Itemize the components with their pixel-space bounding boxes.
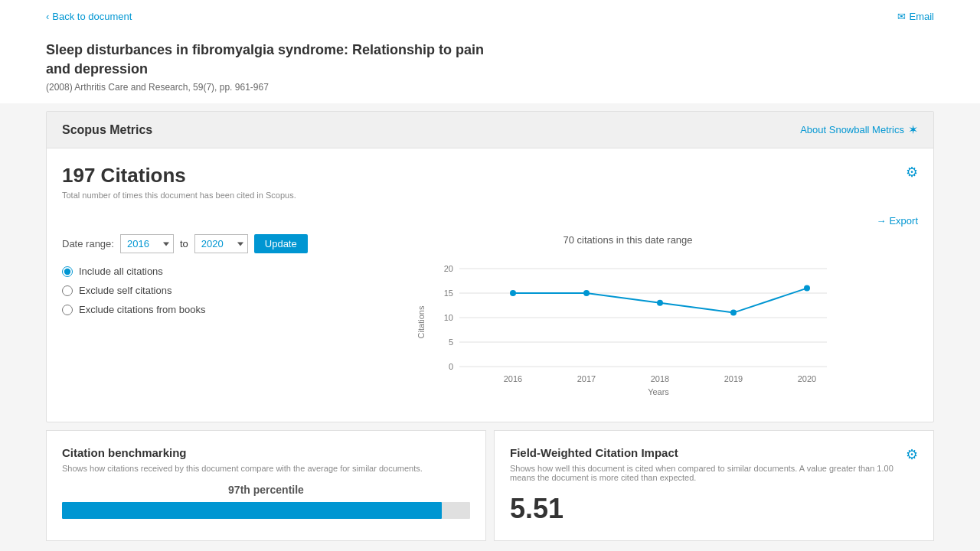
update-button[interactable]: Update bbox=[254, 234, 308, 253]
email-icon: ✉ bbox=[897, 11, 906, 22]
citations-panel: 197 Citations Total number of times this… bbox=[47, 148, 933, 215]
export-icon: → bbox=[876, 215, 886, 227]
percentile-progress-bar bbox=[62, 502, 470, 519]
svg-text:2020: 2020 bbox=[798, 374, 816, 383]
benchmarking-title: Citation benchmarking bbox=[62, 446, 470, 459]
benchmarking-desc: Shows how citations received by this doc… bbox=[62, 464, 470, 473]
citations-subtitle: Total number of times this document has … bbox=[62, 191, 918, 200]
chart-title: 70 citations in this date range bbox=[338, 234, 918, 246]
exclude-books-radio[interactable]: Exclude citations from books bbox=[62, 304, 322, 315]
metrics-section-title: Scopus Metrics bbox=[62, 123, 152, 137]
benchmarking-panel: Citation benchmarking Shows how citation… bbox=[46, 430, 486, 541]
controls-side: Date range: 2016 2017 2018 2019 2020 to bbox=[62, 234, 322, 406]
svg-text:10: 10 bbox=[444, 313, 453, 322]
svg-text:2016: 2016 bbox=[504, 374, 522, 383]
include-all-radio[interactable]: Include all citations bbox=[62, 266, 322, 277]
svg-point-17 bbox=[510, 290, 516, 296]
export-link[interactable]: → Export bbox=[876, 215, 918, 227]
svg-point-18 bbox=[583, 290, 590, 296]
exclude-self-radio[interactable]: Exclude self citations bbox=[62, 285, 322, 296]
svg-text:5: 5 bbox=[449, 337, 453, 347]
fwci-desc: Shows how well this document is cited wh… bbox=[510, 464, 918, 482]
fwci-panel: Field-Weighted Citation Impact ⚙ Shows h… bbox=[494, 430, 934, 541]
svg-text:20: 20 bbox=[444, 264, 453, 273]
chart-svg: 0 5 10 15 20 Citations 2016 2017 2018 20… bbox=[338, 253, 918, 406]
svg-point-20 bbox=[730, 310, 737, 316]
citations-count: 197 Citations bbox=[62, 164, 918, 187]
email-link[interactable]: ✉ Email bbox=[897, 11, 934, 22]
bottom-panels: Citation benchmarking Shows how citation… bbox=[46, 430, 934, 541]
date-to-label: to bbox=[180, 238, 188, 249]
snowball-icon: ✶ bbox=[908, 122, 918, 137]
svg-point-19 bbox=[657, 300, 663, 306]
svg-text:2018: 2018 bbox=[651, 374, 669, 383]
percentile-label: 97th percentile bbox=[62, 484, 470, 496]
percentile-progress-fill bbox=[62, 502, 442, 519]
chevron-left-icon: ‹ bbox=[46, 11, 49, 22]
citation-filter-group: Include all citations Exclude self citat… bbox=[62, 266, 322, 315]
metrics-section: Scopus Metrics About Snowball Metrics ✶ … bbox=[46, 111, 934, 422]
snowball-metrics-link[interactable]: About Snowball Metrics ✶ bbox=[800, 122, 918, 137]
svg-text:2019: 2019 bbox=[724, 374, 743, 383]
date-from-select[interactable]: 2016 2017 2018 2019 2020 bbox=[120, 234, 174, 253]
svg-text:2017: 2017 bbox=[577, 374, 596, 383]
svg-text:0: 0 bbox=[449, 362, 453, 371]
svg-point-21 bbox=[804, 285, 810, 292]
gear-icon[interactable]: ⚙ bbox=[906, 164, 918, 181]
back-to-document-link[interactable]: ‹ Back to document bbox=[46, 11, 132, 22]
fwci-value: 5.51 bbox=[510, 493, 918, 525]
date-range-label: Date range: bbox=[62, 238, 114, 249]
document-meta: (2008) Arthritis Care and Research, 59(7… bbox=[46, 82, 934, 93]
fwci-title: Field-Weighted Citation Impact bbox=[510, 446, 678, 459]
fwci-gear-icon[interactable]: ⚙ bbox=[906, 446, 918, 463]
svg-text:15: 15 bbox=[444, 289, 453, 298]
svg-text:Years: Years bbox=[648, 387, 669, 396]
citations-chart: 70 citations in this date range 0 5 10 bbox=[338, 234, 918, 406]
svg-text:Citations: Citations bbox=[416, 305, 426, 338]
document-title: Sleep disturbances in fibromyalgia syndr… bbox=[46, 41, 505, 79]
chart-and-controls: Date range: 2016 2017 2018 2019 2020 to bbox=[47, 234, 933, 422]
date-to-select[interactable]: 2016 2017 2018 2019 2020 bbox=[194, 234, 248, 253]
